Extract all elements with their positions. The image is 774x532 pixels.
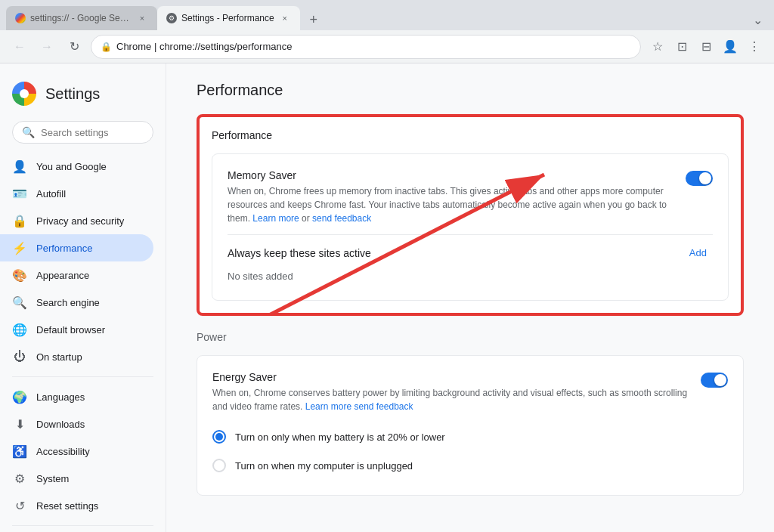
languages-icon: 🌍 xyxy=(12,389,27,404)
sidebar-header: Settings xyxy=(0,76,166,121)
memory-saver-or: or xyxy=(302,213,310,224)
back-button[interactable]: ← xyxy=(9,36,30,57)
address-separator: | xyxy=(154,41,159,52)
sidebar-divider-2 xyxy=(12,525,153,526)
address-lock-icon: 🔒 xyxy=(101,42,112,52)
sidebar-performance-label: Performance xyxy=(36,243,92,254)
downloads-icon: ⬇ xyxy=(12,416,27,431)
energy-saver-toggle[interactable] xyxy=(701,373,728,388)
tab-google-search-close[interactable]: × xyxy=(136,12,148,24)
tab-google-search-title: settings:// - Google Search xyxy=(30,13,132,23)
forward-button[interactable]: → xyxy=(36,36,57,57)
performance-icon: ⚡ xyxy=(12,240,27,255)
radio-battery-20-circle xyxy=(212,430,226,444)
browser-window: settings:// - Google Search × ⚙ Settings… xyxy=(0,0,774,63)
always-active-sites-row: Always keep these sites active Add xyxy=(228,234,713,264)
add-site-button[interactable]: Add xyxy=(683,244,713,261)
address-text: Chrome | chrome://settings/performance xyxy=(116,41,631,52)
bookmark-button[interactable]: ☆ xyxy=(647,36,668,57)
new-tab-button[interactable]: + xyxy=(303,9,324,30)
tab-settings-performance-close[interactable]: × xyxy=(279,12,291,24)
energy-saver-row: Energy Saver When on, Chrome conserves b… xyxy=(212,371,728,422)
sidebar-search-bar[interactable]: 🔍 xyxy=(12,121,153,144)
chrome-logo xyxy=(12,82,36,106)
performance-section-red-box: Performance Memory Saver When on, Chrome… xyxy=(197,114,744,316)
energy-saver-name: Energy Saver xyxy=(212,371,689,383)
address-bar[interactable]: 🔒 Chrome | chrome://settings/performance xyxy=(91,35,641,59)
radio-unplugged-label: Turn on when my computer is unplugged xyxy=(235,460,413,472)
memory-saver-card: Memory Saver When on, Chrome frees up me… xyxy=(212,153,729,301)
sidebar-autofill-label: Autofill xyxy=(36,188,66,200)
tab-search-button[interactable]: ⊡ xyxy=(671,36,692,57)
search-input[interactable] xyxy=(41,127,166,138)
sidebar-search-engine[interactable]: 🔍 Search engine xyxy=(0,289,153,316)
sidebar-default-browser[interactable]: 🌐 Default browser xyxy=(0,316,153,343)
radio-unplugged-circle xyxy=(212,459,226,472)
radio-battery-20-label: Turn on only when my battery is at 20% o… xyxy=(235,431,445,443)
memory-saver-name: Memory Saver xyxy=(228,169,673,181)
menu-button[interactable]: ⋮ xyxy=(744,36,765,57)
system-icon: ⚙ xyxy=(12,471,27,486)
sidebar-privacy-and-security[interactable]: 🔒 Privacy and security xyxy=(0,207,153,234)
sidebar-reset-settings-label: Reset settings xyxy=(36,500,98,512)
memory-saver-learn-more[interactable]: Learn more xyxy=(252,213,299,224)
main-content: Performance Performance Memory Saver Whe… xyxy=(166,63,774,532)
sidebar-languages[interactable]: 🌍 Languages xyxy=(0,383,153,410)
memory-saver-info: Memory Saver When on, Chrome frees up me… xyxy=(228,169,673,225)
on-startup-icon: ⏻ xyxy=(12,349,27,364)
reload-button[interactable]: ↻ xyxy=(63,36,85,57)
sidebar-on-startup[interactable]: ⏻ On startup xyxy=(0,343,153,370)
no-sites-label: No sites added xyxy=(228,264,713,285)
energy-saver-desc: When on, Chrome conserves battery power … xyxy=(212,386,689,413)
sidebar-performance[interactable]: ⚡ Performance xyxy=(0,234,153,261)
sidebar-accessibility-label: Accessibility xyxy=(36,446,90,457)
sidebar: Settings 🔍 👤 You and Google 🪪 Autofill 🔒… xyxy=(0,63,166,532)
energy-saver-learn-more[interactable]: Learn more xyxy=(305,401,351,412)
autofill-icon: 🪪 xyxy=(12,186,27,201)
performance-section-wrapper: Performance Memory Saver When on, Chrome… xyxy=(197,114,744,316)
sidebar-you-and-google[interactable]: 👤 You and Google xyxy=(0,153,153,180)
power-section: Power Energy Saver When on, Chrome conse… xyxy=(197,331,744,496)
more-tabs-button[interactable]: ⌄ xyxy=(747,9,768,30)
radio-battery-20[interactable]: Turn on only when my battery is at 20% o… xyxy=(212,422,728,451)
sidebar-you-and-google-label: You and Google xyxy=(36,161,107,172)
memory-saver-toggle[interactable] xyxy=(686,171,713,186)
page-title: Performance xyxy=(197,82,744,99)
sidebar-on-startup-label: On startup xyxy=(36,351,82,363)
memory-saver-feedback[interactable]: send feedback xyxy=(312,213,371,224)
energy-saver-card: Energy Saver When on, Chrome conserves b… xyxy=(197,355,744,496)
nav-actions: ☆ ⊡ ⊟ 👤 ⋮ xyxy=(647,36,765,57)
split-button[interactable]: ⊟ xyxy=(695,36,717,57)
sidebar-languages-label: Languages xyxy=(36,391,85,403)
sidebar-autofill[interactable]: 🪪 Autofill xyxy=(0,180,153,207)
sidebar-system-label: System xyxy=(36,473,69,484)
profile-button[interactable]: 👤 xyxy=(720,36,741,57)
sidebar-default-browser-label: Default browser xyxy=(36,324,105,336)
sidebar-divider xyxy=(12,376,153,377)
tab-settings-performance[interactable]: ⚙ Settings - Performance × xyxy=(157,6,300,30)
settings-favicon: ⚙ xyxy=(166,13,177,23)
energy-saver-feedback[interactable]: send feedback xyxy=(354,401,413,412)
sidebar-accessibility[interactable]: ♿ Accessibility xyxy=(0,438,153,465)
sidebar-search-container: 🔍 xyxy=(0,121,166,153)
power-section-title: Power xyxy=(197,331,744,343)
energy-saver-info: Energy Saver When on, Chrome conserves b… xyxy=(212,371,689,413)
reset-settings-icon: ↺ xyxy=(12,498,27,513)
google-favicon xyxy=(15,13,26,23)
tab-google-search[interactable]: settings:// - Google Search × xyxy=(6,6,157,30)
sidebar-system[interactable]: ⚙ System xyxy=(0,465,153,492)
appearance-icon: 🎨 xyxy=(12,268,27,283)
energy-saver-desc-text: When on, Chrome conserves battery power … xyxy=(212,388,687,412)
sidebar-title: Settings xyxy=(45,85,100,103)
sidebar-reset-settings[interactable]: ↺ Reset settings xyxy=(0,492,153,519)
radio-unplugged[interactable]: Turn on when my computer is unplugged xyxy=(212,451,728,480)
address-url: chrome://settings/performance xyxy=(159,41,293,52)
performance-section-title: Performance xyxy=(212,129,729,141)
default-browser-icon: 🌐 xyxy=(12,322,27,337)
sidebar-appearance[interactable]: 🎨 Appearance xyxy=(0,261,153,289)
memory-saver-row: Memory Saver When on, Chrome frees up me… xyxy=(228,169,713,234)
sidebar-downloads[interactable]: ⬇ Downloads xyxy=(0,410,153,438)
search-icon: 🔍 xyxy=(22,126,35,138)
sidebar-privacy-label: Privacy and security xyxy=(36,215,124,227)
privacy-icon: 🔒 xyxy=(12,213,27,228)
